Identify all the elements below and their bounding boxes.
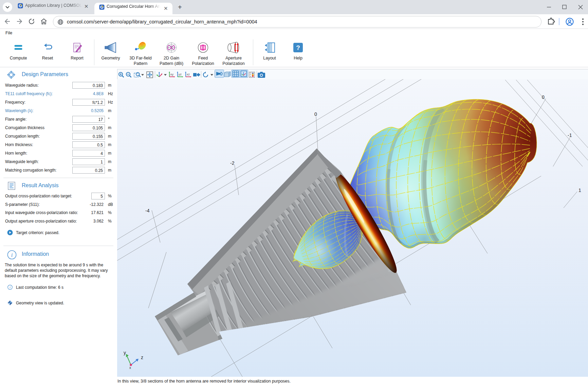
svg-text:0: 0 [314,111,317,117]
svg-text:?: ? [296,44,300,51]
svg-text:xz: xz [187,72,190,76]
svg-text:yz: yz [179,72,182,76]
svg-text:xy: xy [170,72,174,76]
svg-text:i: i [10,286,11,289]
svg-text:x: x [129,366,131,370]
svg-text:z: z [141,355,143,360]
svg-text:0: 0 [542,94,545,100]
svg-text:1: 1 [578,188,581,193]
svg-text:-1: -1 [568,132,572,138]
svg-text:i: i [11,252,13,258]
svg-text:-4: -4 [145,208,150,213]
svg-text:y: y [124,350,126,355]
svg-text:-2: -2 [230,160,235,166]
